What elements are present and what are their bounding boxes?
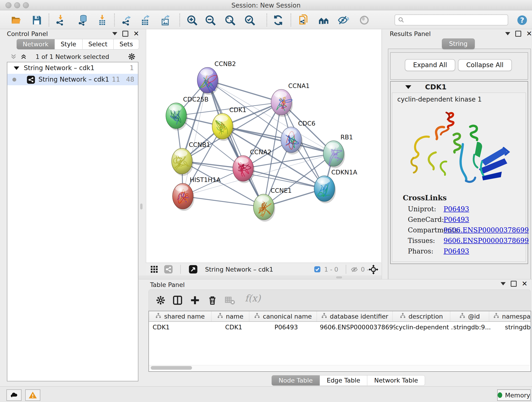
tab-edge-table[interactable]: Edge Table: [320, 375, 367, 386]
tab-network-table[interactable]: Network Table: [367, 375, 425, 386]
node-CCNB2[interactable]: [197, 67, 219, 95]
close-panel-icon[interactable]: ✕: [522, 281, 527, 286]
network-view-icon[interactable]: [164, 265, 173, 275]
table-cell[interactable]: stringdb: [491, 322, 531, 332]
crosslink-link[interactable]: 9606.ENSP00000378699: [443, 237, 529, 245]
zoom-selected-icon[interactable]: [244, 14, 256, 26]
horizontal-splitter-handle[interactable]: [336, 276, 342, 279]
tab-string[interactable]: String: [442, 38, 475, 49]
search-input[interactable]: [407, 15, 504, 24]
table-cell[interactable]: 9606.ENSP00000378699: [320, 322, 395, 332]
table-cell[interactable]: cyclin-dependent ...: [395, 322, 453, 332]
table-settings-gear-icon[interactable]: [155, 294, 167, 306]
delete-table-icon: [224, 294, 236, 306]
table-panel: Table Panel ✕ f(x) shared namenamecanoni…: [139, 279, 532, 387]
show-columns-icon[interactable]: [172, 294, 184, 306]
column-header-database-identifier[interactable]: database identifier: [317, 311, 393, 321]
hide-selected-icon[interactable]: [337, 14, 349, 26]
tab-node-table[interactable]: Node Table: [272, 375, 320, 386]
table-horizontal-scrollbar[interactable]: [149, 365, 530, 370]
export-table-icon[interactable]: [139, 14, 151, 26]
node-HIST1H1A[interactable]: [172, 183, 194, 211]
column-header-shared-name[interactable]: shared name: [149, 311, 211, 321]
add-column-icon[interactable]: [189, 294, 201, 306]
open-file-icon[interactable]: [10, 14, 22, 26]
tab-network[interactable]: Network: [17, 39, 55, 50]
collapse-panel-icon[interactable]: [505, 32, 510, 35]
expand-all-button[interactable]: Expand All: [405, 59, 455, 71]
grid-view-icon[interactable]: [150, 265, 158, 274]
node-CDC6[interactable]: [281, 127, 303, 154]
entry-expander-icon[interactable]: [405, 85, 411, 89]
zoom-fit-icon[interactable]: [224, 14, 236, 26]
collection-label: String Network – cdk1: [24, 64, 94, 72]
network-documents-icon[interactable]: [298, 14, 310, 26]
crosslink-link[interactable]: P06493: [443, 205, 469, 213]
import-table-file-icon[interactable]: [96, 14, 108, 26]
left-splitter-handle[interactable]: [140, 204, 143, 210]
node-CDKN1A[interactable]: [314, 176, 336, 203]
node-CCNE1[interactable]: [253, 194, 275, 222]
collapse-panel-icon[interactable]: [112, 32, 117, 35]
gear-icon[interactable]: [127, 52, 136, 62]
table-cell[interactable]: CDK1: [149, 322, 215, 332]
edge-CCNB2-CCNE1[interactable]: [208, 80, 264, 207]
first-neighbors-icon[interactable]: [318, 14, 330, 26]
crosslink-link[interactable]: 9606.ENSP00000378699: [443, 226, 529, 234]
column-header-namespace[interactable]: namespace: [489, 311, 531, 321]
close-panel-icon[interactable]: ✕: [133, 32, 139, 36]
tab-sets[interactable]: Sets: [114, 39, 139, 50]
crosslink-link[interactable]: P06493: [443, 216, 469, 223]
warning-status-button[interactable]: [25, 389, 40, 401]
cloud-status-button[interactable]: [6, 389, 22, 401]
zoom-in-icon[interactable]: [186, 14, 198, 26]
node-CCNA2[interactable]: [233, 156, 254, 183]
node-CDK1[interactable]: [212, 114, 234, 141]
network-canvas[interactable]: CCNB2CCNA1CDC25BCDK1CDC6RB1CCNB1CCNA2CDK…: [146, 29, 381, 263]
protein-entry-header[interactable]: CDK1: [391, 82, 528, 92]
float-panel-icon[interactable]: [515, 31, 521, 37]
collapse-all-button[interactable]: Collapse All: [458, 59, 512, 71]
table-cell[interactable]: CDK1: [215, 322, 253, 332]
import-network-database-icon[interactable]: [77, 14, 89, 26]
table-cell[interactable]: stringdb:9...: [453, 322, 491, 332]
detach-view-icon[interactable]: [189, 265, 198, 275]
network-row-selected[interactable]: String Network – cdk1 11 48: [7, 74, 138, 85]
export-network-icon[interactable]: [120, 14, 133, 26]
node-CCNA1[interactable]: [271, 89, 293, 117]
import-network-file-icon[interactable]: [55, 14, 66, 26]
refresh-icon[interactable]: [272, 14, 284, 26]
table-row[interactable]: CDK1CDK1P064939606.ENSP00000378699cyclin…: [149, 322, 531, 332]
tab-style[interactable]: Style: [55, 39, 82, 50]
column-header-canonical-name[interactable]: canonical name: [249, 311, 317, 321]
column-header-label: namespace: [502, 313, 531, 320]
float-panel-icon[interactable]: [122, 31, 128, 37]
network-collection-row[interactable]: String Network – cdk1 1: [7, 62, 138, 74]
crosslink-link[interactable]: P06493: [443, 247, 469, 255]
network-icon: [27, 75, 35, 86]
delete-column-icon[interactable]: [206, 294, 218, 306]
node-table[interactable]: shared namenamecanonical namedatabase id…: [148, 311, 531, 372]
help-icon[interactable]: ?: [516, 14, 528, 26]
node-RB1[interactable]: [323, 141, 345, 168]
memory-button[interactable]: Memory: [497, 389, 531, 401]
show-all-icon[interactable]: [358, 14, 370, 26]
save-session-icon[interactable]: [31, 14, 43, 26]
edge-HIST1H1A-CCNE1[interactable]: [183, 196, 264, 207]
network-graph[interactable]: CCNB2CCNA1CDC25BCDK1CDC6RB1CCNB1CCNA2CDK…: [146, 29, 381, 263]
export-image-icon[interactable]: [159, 14, 171, 26]
float-panel-icon[interactable]: [511, 281, 517, 287]
collapse-panel-icon[interactable]: [500, 282, 506, 285]
column-header-description[interactable]: description: [393, 311, 450, 321]
column-header-name[interactable]: name: [211, 311, 249, 321]
selected-checkbox-icon[interactable]: [314, 266, 321, 274]
table-cell[interactable]: P06493: [253, 322, 320, 332]
close-panel-icon[interactable]: ✕: [526, 32, 532, 36]
column-header-@id[interactable]: @id: [450, 311, 489, 321]
scrollbar-thumb[interactable]: [151, 366, 192, 370]
zoom-out-icon[interactable]: [204, 14, 216, 26]
node-CCNB1[interactable]: [172, 148, 193, 176]
tab-select[interactable]: Select: [82, 39, 114, 50]
birdseye-navigator-icon[interactable]: [369, 265, 378, 275]
collection-expander-icon[interactable]: [14, 66, 19, 70]
